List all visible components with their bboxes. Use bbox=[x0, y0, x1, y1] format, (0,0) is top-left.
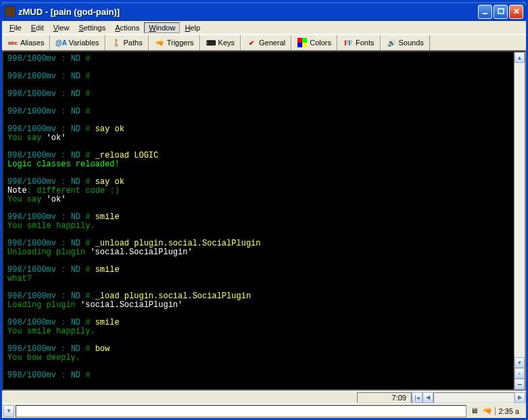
toolbar-triggers[interactable]: 🔫Triggers bbox=[149, 35, 200, 50]
menu-window[interactable]: Window bbox=[144, 22, 180, 33]
close-button[interactable]: ✕ bbox=[509, 5, 523, 19]
keyboard-icon: ⌨ bbox=[206, 38, 216, 47]
toolbar-label: Paths bbox=[124, 39, 143, 47]
menu-file[interactable]: File bbox=[5, 22, 26, 33]
toolbar-label: Aliases bbox=[20, 39, 44, 47]
toolbar-variables[interactable]: @AVariables bbox=[50, 35, 105, 50]
svg-rect-0 bbox=[483, 13, 487, 14]
toolbar-label: Fonts bbox=[356, 39, 375, 47]
toolbar-label: Triggers bbox=[167, 39, 194, 47]
toolbar-paths[interactable]: 🚶Paths bbox=[105, 35, 149, 50]
check-icon: ✔ bbox=[247, 38, 256, 47]
toolbar-label: Sounds bbox=[399, 39, 424, 47]
menu-edit[interactable]: Edit bbox=[26, 22, 49, 33]
gun-icon[interactable]: 🔫 bbox=[483, 406, 492, 416]
toolbar-aliases[interactable]: abcAliases bbox=[2, 35, 50, 50]
fonts-icon: FF bbox=[343, 38, 353, 47]
clock: 2:35 a bbox=[495, 407, 522, 415]
scroll-down-button[interactable]: ▼ bbox=[514, 357, 525, 368]
main-window: zMUD - [pain (god-pain)] ✕ File Edit Vie… bbox=[0, 0, 528, 420]
menubar: File Edit View Settings Actions Window H… bbox=[2, 21, 526, 34]
toolbar-label: Keys bbox=[218, 39, 235, 47]
split-button[interactable]: ◦ bbox=[514, 368, 525, 379]
at-icon: @A bbox=[56, 38, 66, 47]
titlebar[interactable]: zMUD - [pain (god-pain)] ✕ bbox=[2, 2, 526, 21]
terminal-output[interactable]: 998/1000mv : ND # 998/1000mv : ND # 998/… bbox=[3, 52, 514, 390]
scroll-left-start-button[interactable]: |◂ bbox=[412, 392, 423, 403]
scroll-left-button[interactable]: ◀ bbox=[423, 392, 433, 403]
collapse-button[interactable]: – bbox=[514, 379, 525, 390]
horizontal-scroll[interactable]: |◂ ◀ ▶ bbox=[411, 392, 526, 403]
window-title: zMUD - [pain (god-pain)] bbox=[18, 7, 478, 17]
svg-rect-2 bbox=[297, 38, 302, 43]
hscroll-track[interactable] bbox=[433, 392, 514, 403]
toolbar-label: Variables bbox=[68, 39, 99, 47]
paths-icon: 🚶 bbox=[112, 38, 121, 47]
svg-rect-4 bbox=[297, 43, 302, 47]
scroll-track[interactable] bbox=[514, 63, 525, 357]
history-dropdown-button[interactable]: ▼ bbox=[3, 405, 14, 417]
svg-rect-3 bbox=[302, 38, 307, 43]
command-input[interactable] bbox=[16, 405, 466, 417]
abc-icon: abc bbox=[8, 38, 18, 47]
menu-settings[interactable]: Settings bbox=[74, 22, 110, 33]
toolbar-label: Colors bbox=[310, 39, 331, 47]
terminal-container: 998/1000mv : ND # 998/1000mv : ND # 998/… bbox=[2, 51, 526, 391]
menu-actions[interactable]: Actions bbox=[110, 22, 144, 33]
toolbar-fonts[interactable]: FFFonts bbox=[337, 35, 381, 50]
statusbar: 7:09 |◂ ◀ ▶ bbox=[2, 391, 526, 403]
scroll-right-button[interactable]: ▶ bbox=[514, 392, 525, 403]
minimize-button[interactable] bbox=[478, 5, 492, 19]
computer-icon[interactable]: 🖥 bbox=[471, 406, 480, 416]
toolbar-label: General bbox=[259, 39, 285, 47]
svg-rect-1 bbox=[498, 9, 504, 14]
toolbar-colors[interactable]: Colors bbox=[291, 35, 337, 50]
maximize-button[interactable] bbox=[494, 5, 508, 19]
scroll-up-button[interactable]: ▲ bbox=[514, 52, 525, 63]
colors-icon bbox=[297, 38, 307, 47]
menu-view[interactable]: View bbox=[49, 22, 74, 33]
speaker-icon: 🔊 bbox=[387, 38, 396, 47]
toolbar-sounds[interactable]: 🔊Sounds bbox=[381, 35, 430, 50]
menu-help[interactable]: Help bbox=[180, 22, 205, 33]
window-buttons: ✕ bbox=[478, 5, 523, 19]
vertical-scrollbar[interactable]: ▲ ▼ ◦ – bbox=[514, 52, 525, 390]
toolbar-keys[interactable]: ⌨Keys bbox=[200, 35, 241, 50]
tray: 🖥 🔫 2:35 a bbox=[468, 406, 525, 416]
toolbar-general[interactable]: ✔General bbox=[241, 35, 291, 50]
input-bar: ▼ 🖥 🔫 2:35 a bbox=[2, 403, 526, 418]
svg-rect-5 bbox=[302, 43, 307, 47]
app-icon bbox=[5, 6, 16, 17]
toolbar: abcAliases @AVariables 🚶Paths 🔫Triggers … bbox=[2, 34, 526, 51]
gun-icon: 🔫 bbox=[155, 38, 164, 47]
status-time: 7:09 bbox=[357, 392, 411, 403]
